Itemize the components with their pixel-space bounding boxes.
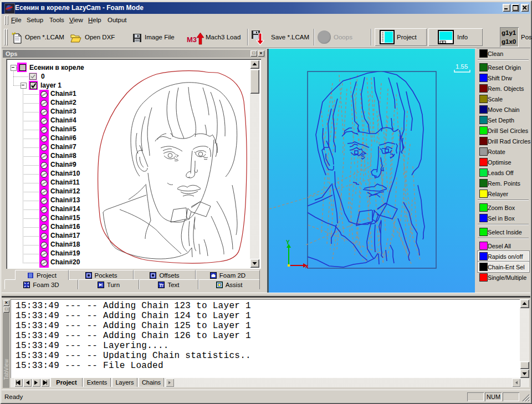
svg-text:M3: M3 <box>187 35 197 44</box>
svg-text:1.55: 1.55 <box>456 63 468 70</box>
svg-text:x: x <box>305 263 309 269</box>
svg-text:Y: Y <box>286 239 290 246</box>
svg-text:T: T <box>161 283 164 287</box>
